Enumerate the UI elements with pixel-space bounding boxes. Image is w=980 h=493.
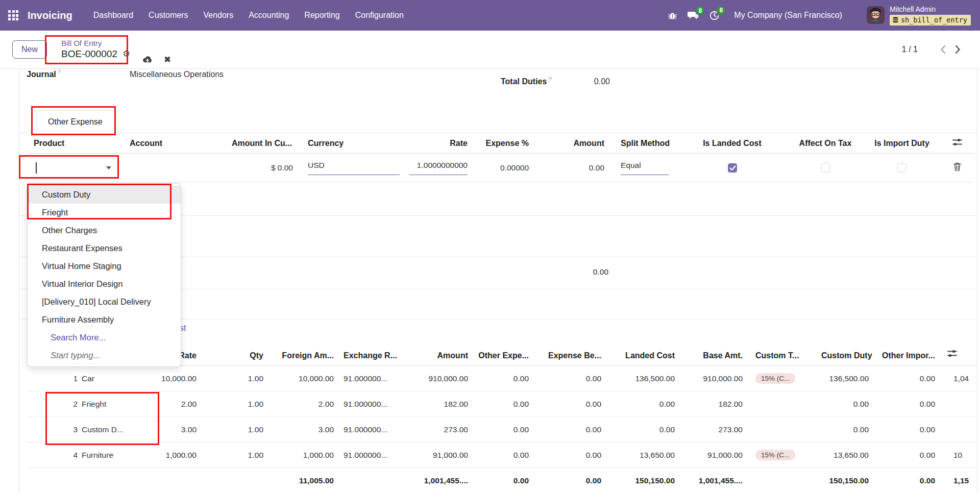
line-landed-cost[interactable]: 13,650.00: [605, 442, 679, 468]
pager-previous-icon[interactable]: [940, 45, 946, 54]
line-product[interactable]: Furniture: [80, 442, 129, 468]
col-exchange-rate[interactable]: Exchange R...: [338, 347, 407, 366]
line-base-amount[interactable]: 182.00: [679, 391, 747, 417]
user-menu[interactable]: Mitchell Admin sh_bill_of_entry: [867, 5, 971, 26]
col-foreign-amount[interactable]: Foreign Am...: [267, 347, 338, 366]
line-row-1[interactable]: 1 Car 10,000.00 1.00 10,000.00 91.000000…: [28, 366, 977, 391]
col-account[interactable]: Account: [125, 133, 229, 153]
dropdown-item-other-charges[interactable]: Other Charges: [28, 221, 181, 239]
messages-icon[interactable]: 8: [688, 10, 699, 20]
col-affect-on-tax[interactable]: Affect On Tax: [787, 133, 864, 153]
dropdown-item-custom-duty[interactable]: Custom Duty: [28, 186, 181, 204]
col-other-expense[interactable]: Other Expe...: [472, 347, 533, 366]
col-expense-bearing[interactable]: Expense Be...: [533, 347, 605, 366]
amount-in-currency-value[interactable]: $ 0.00: [229, 153, 298, 182]
split-method-field[interactable]: Equal: [621, 161, 669, 175]
line-qty[interactable]: 1.00: [201, 366, 267, 391]
col-amount-in-currency[interactable]: Amount In Cu...: [229, 133, 298, 153]
journal-value[interactable]: Miscellaneous Operations: [130, 70, 224, 79]
line-exchange-rate[interactable]: 91.000000...: [338, 442, 407, 468]
dropdown-item-virtual-interior-design[interactable]: Virtual Interior Design: [28, 275, 181, 293]
expense-percent-value[interactable]: 0.00000: [472, 153, 533, 182]
account-cell[interactable]: [125, 153, 229, 182]
custom-tax-badge[interactable]: 15% (C...: [755, 373, 795, 384]
line-amount[interactable]: 91,000.00: [407, 442, 472, 468]
chevron-down-icon[interactable]: [106, 166, 111, 169]
nav-menu-customers[interactable]: Customers: [141, 7, 195, 24]
line-foreign-amount[interactable]: 10,000.00: [267, 366, 338, 391]
dropdown-item-frieght[interactable]: Frieght: [28, 204, 181, 221]
line-exchange-rate[interactable]: 91.000000...: [338, 366, 407, 391]
line-rate[interactable]: 1,000.00: [129, 442, 201, 468]
rate-field[interactable]: 1.0000000000: [409, 161, 468, 175]
line-product[interactable]: Frieght: [80, 391, 129, 417]
line-foreign-amount[interactable]: 2.00: [267, 391, 338, 417]
line-rate[interactable]: 10,000.00: [129, 366, 201, 391]
line-base-amount[interactable]: 273.00: [679, 417, 747, 442]
line-exchange-rate[interactable]: 91.000000...: [338, 417, 407, 442]
line-rate[interactable]: 2.00: [129, 391, 201, 417]
col-landed-cost[interactable]: Landed Cost: [605, 347, 679, 366]
delete-row-trash-icon[interactable]: [953, 164, 961, 172]
pager-next-icon[interactable]: [955, 45, 961, 54]
custom-tax-badge[interactable]: 15% (C...: [755, 450, 795, 460]
currency-field[interactable]: USD: [308, 161, 400, 175]
dropdown-search-more[interactable]: Search More...: [28, 329, 181, 347]
breadcrumb-model-link[interactable]: Bill Of Entry: [61, 39, 130, 48]
line-other-import[interactable]: 0.00: [873, 366, 939, 391]
line-row-2[interactable]: 2 Frieght 2.00 1.00 2.00 91.000000... 18…: [28, 391, 977, 417]
col-is-import-duty[interactable]: Is Import Duty: [864, 133, 940, 153]
is-import-duty-checkbox[interactable]: [897, 163, 906, 172]
line-landed-cost[interactable]: 0.00: [605, 417, 679, 442]
col-amount[interactable]: Amount: [533, 133, 608, 153]
line-other-import[interactable]: 0.00: [873, 391, 939, 417]
line-other-expense[interactable]: 0.00: [472, 442, 533, 468]
line-qty[interactable]: 1.00: [201, 391, 267, 417]
line-rate[interactable]: 3.00: [129, 417, 201, 442]
line-other-import[interactable]: 0.00: [873, 417, 939, 442]
line-base-amount[interactable]: 91,000.00: [679, 442, 747, 468]
line-row-3[interactable]: 3 Custom D... 3.00 1.00 3.00 91.000000..…: [28, 417, 977, 442]
line-foreign-amount[interactable]: 1,000.00: [267, 442, 338, 468]
app-title[interactable]: Invoicing: [28, 10, 72, 21]
nav-menu-configuration[interactable]: Configuration: [348, 7, 411, 24]
dropdown-item-furniture-assembly[interactable]: Furniture Assembly: [28, 311, 181, 329]
line-other-expense[interactable]: 0.00: [472, 417, 533, 442]
line-other-import[interactable]: 0.00: [873, 442, 939, 468]
col-custom-duty[interactable]: Custom Duty: [817, 347, 873, 366]
company-switcher[interactable]: My Company (San Francisco): [734, 11, 842, 20]
new-button[interactable]: New: [12, 40, 47, 59]
product-input[interactable]: [32, 158, 120, 178]
optional-columns-icon[interactable]: [940, 133, 974, 153]
dropdown-item-restaurant-expenses[interactable]: Restaurant Expenses: [28, 239, 181, 257]
line-qty[interactable]: 1.00: [201, 417, 267, 442]
col-currency[interactable]: Currency: [298, 133, 405, 153]
line-row-4[interactable]: 4 Furniture 1,000.00 1.00 1,000.00 91.00…: [28, 442, 977, 468]
nav-menu-reporting[interactable]: Reporting: [297, 7, 347, 24]
col-product[interactable]: Product: [28, 133, 125, 153]
line-expense-bearing[interactable]: 0.00: [533, 391, 605, 417]
col-custom-tax[interactable]: Custom T...: [747, 347, 817, 366]
tab-other-expense[interactable]: Other Expense: [36, 110, 115, 133]
nav-menu-vendors[interactable]: Vendors: [195, 7, 241, 24]
col-qty[interactable]: Qty: [201, 347, 267, 366]
line-custom-duty[interactable]: 0.00: [817, 391, 873, 417]
nav-menu-dashboard[interactable]: Dashboard: [86, 7, 141, 24]
optional-columns-icon[interactable]: [947, 350, 957, 359]
debug-bug-icon[interactable]: [668, 11, 677, 20]
line-amount[interactable]: 910,000.00: [407, 366, 472, 391]
line-expense-bearing[interactable]: 0.00: [533, 366, 605, 391]
line-other-expense[interactable]: 0.00: [472, 366, 533, 391]
line-amount[interactable]: 182.00: [407, 391, 472, 417]
col-is-landed-cost[interactable]: Is Landed Cost: [677, 133, 787, 153]
affect-on-tax-checkbox[interactable]: [821, 163, 830, 172]
line-exchange-rate[interactable]: 91.000000...: [338, 391, 407, 417]
line-foreign-amount[interactable]: 3.00: [267, 417, 338, 442]
nav-menu-accounting[interactable]: Accounting: [241, 7, 297, 24]
dropdown-item-virtual-home-staging[interactable]: Virtual Home Staging: [28, 257, 181, 275]
is-landed-cost-checkbox[interactable]: [728, 163, 737, 172]
col-base-amount[interactable]: Base Amt.: [679, 347, 747, 366]
line-amount[interactable]: 273.00: [407, 417, 472, 442]
line-qty[interactable]: 1.00: [201, 442, 267, 468]
line-product[interactable]: Car: [80, 366, 129, 391]
